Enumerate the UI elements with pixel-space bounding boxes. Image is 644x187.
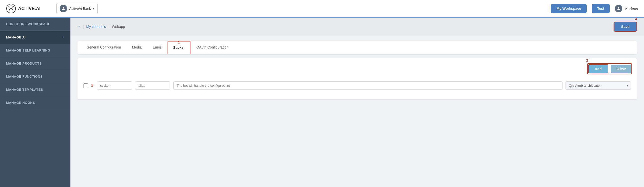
main-layout: CONFIGURE WORKSPACE MANAGE AI › MANAGE S… (0, 18, 644, 187)
account-dropdown-icon: ▾ (93, 7, 94, 10)
logo-text: ACTIVE.AI (18, 6, 41, 11)
sidebar-item-manage-functions[interactable]: MANAGE FUNCTIONS (0, 70, 70, 83)
tab-general-configuration[interactable]: General Configuration (82, 41, 126, 54)
account-name: ActiveAi Bank (69, 7, 91, 11)
sidebar-item-label: MANAGE SELF LEARNING (6, 49, 50, 52)
sidebar-item-label: MANAGE TEMPLATES (6, 88, 43, 91)
breadcrumb-current-page: Webapp (112, 25, 125, 29)
sidebar-item-configure-workspace[interactable]: CONFIGURE WORKSPACE (0, 18, 70, 31)
table-card: 2 Add Delete 3 Qry-Atmbranchlocator (77, 58, 637, 99)
content-area: General Configuration Media Emoji 1 Stic… (70, 36, 644, 187)
breadcrumb-separator2: | (108, 25, 109, 29)
svg-point-1 (10, 6, 12, 8)
user-name: Morfeus (624, 7, 638, 11)
sidebar-item-label: MANAGE FUNCTIONS (6, 75, 43, 78)
table-row: 3 Qry-Atmbranchlocator Option 2 Option 3… (83, 79, 632, 92)
account-selector[interactable]: ActiveAi Bank ▾ (56, 3, 98, 14)
sidebar: CONFIGURE WORKSPACE MANAGE AI › MANAGE S… (0, 18, 70, 187)
sidebar-item-label: MANAGE PRODUCTS (6, 62, 42, 65)
test-button[interactable]: Test (592, 4, 610, 13)
logo-icon (6, 4, 16, 14)
add-button[interactable]: Add (588, 64, 608, 73)
tab-media[interactable]: Media (127, 41, 147, 54)
breadcrumb-bar: ⌂ | My channels | Webapp 4 Save (70, 18, 644, 36)
svg-point-3 (618, 7, 619, 9)
step2-label: 2 (586, 58, 588, 62)
sidebar-item-manage-products[interactable]: MANAGE PRODUCTS (0, 57, 70, 70)
save-button-wrapper: 4 Save (614, 22, 637, 32)
step4-label: 4 (635, 18, 637, 21)
step3-label: 3 (91, 84, 93, 87)
my-workspace-button[interactable]: My Workspace (551, 4, 587, 13)
account-avatar-icon (60, 5, 67, 12)
tabs-row: General Configuration Media Emoji 1 Stic… (77, 41, 637, 54)
sticker-tab-wrapper: 1 Sticker (168, 41, 190, 54)
chevron-right-icon: › (63, 35, 64, 39)
sidebar-item-manage-hooks[interactable]: MANAGE HOOKS (0, 96, 70, 109)
sidebar-item-manage-templates[interactable]: MANAGE TEMPLATES (0, 83, 70, 96)
delete-button[interactable]: Delete (611, 65, 631, 73)
sidebar-item-label: CONFIGURE WORKSPACE (6, 22, 50, 26)
sidebar-item-manage-ai[interactable]: MANAGE AI › (0, 31, 70, 44)
tab-oauth-configuration[interactable]: OAuth Configuration (191, 41, 233, 54)
breadcrumb-separator: | (83, 25, 84, 29)
app-header: ACTIVE.AI ActiveAi Bank ▾ My Workspace T… (0, 0, 644, 18)
save-button[interactable]: Save (614, 22, 637, 32)
step2-box: 2 Add Delete (587, 63, 632, 74)
tab-emoji[interactable]: Emoji (148, 41, 167, 54)
table-toolbar: 2 Add Delete (83, 63, 632, 74)
dropdown-wrapper: Qry-Atmbranchlocator Option 2 Option 3 ▾ (566, 81, 631, 90)
sidebar-item-manage-self-learning[interactable]: MANAGE SELF LEARNING (0, 44, 70, 57)
user-avatar-icon (615, 5, 622, 12)
svg-point-2 (63, 7, 64, 9)
breadcrumb-my-channels-link[interactable]: My channels (86, 25, 106, 29)
main-content: ⌂ | My channels | Webapp 4 Save General … (70, 18, 644, 187)
description-input[interactable] (173, 81, 562, 90)
logo-area: ACTIVE.AI (6, 4, 51, 14)
user-area: Morfeus (615, 5, 638, 12)
sidebar-item-label: MANAGE AI (6, 35, 26, 39)
function-dropdown[interactable]: Qry-Atmbranchlocator Option 2 Option 3 (566, 81, 631, 90)
alias-input[interactable] (135, 81, 170, 90)
sidebar-item-label: MANAGE HOOKS (6, 101, 35, 105)
row-checkbox[interactable] (84, 83, 88, 88)
home-icon[interactable]: ⌂ (77, 24, 80, 29)
breadcrumb-left: ⌂ | My channels | Webapp (77, 24, 125, 29)
step1-label: 1 (178, 40, 180, 44)
sticker-input[interactable] (97, 81, 132, 90)
tabs-card: General Configuration Media Emoji 1 Stic… (77, 41, 637, 54)
